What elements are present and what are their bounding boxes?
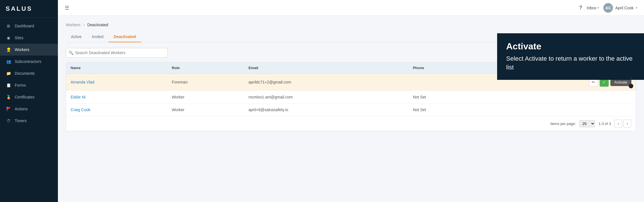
pagination-prev[interactable]: ‹ — [614, 120, 622, 128]
tab-deactivated[interactable]: Deactivated — [108, 32, 141, 42]
worker-phone-1 — [408, 74, 477, 91]
sidebar-item-label: Timers — [15, 118, 27, 123]
tooltip-title: Activate — [506, 41, 635, 52]
sidebar-item-label: Sites — [15, 36, 23, 40]
worker-email-3: april+6@salussafety.io — [244, 104, 408, 116]
breadcrumb-workers[interactable]: Workers — [66, 23, 80, 27]
sidebar-item-label: Forms — [15, 83, 26, 87]
col-header-role: Role — [167, 62, 244, 74]
worker-role-3: Worker — [167, 104, 244, 116]
user-name: April Cook — [615, 6, 634, 10]
sidebar-item-label: Workers — [15, 47, 29, 52]
topbar-left: ☰ — [65, 5, 69, 11]
sidebar-item-workers[interactable]: 👷 Workers — [0, 44, 58, 56]
topbar: ☰ ? Inbox ▾ AC April Cook ▾ — [58, 0, 644, 16]
sidebar-item-forms[interactable]: 📋 Forms — [0, 79, 58, 91]
workers-icon: 👷 — [6, 47, 11, 52]
tooltip-arrow-dot — [629, 84, 633, 88]
table-row: Craig Cook Worker april+6@salussafety.io… — [66, 104, 636, 116]
items-per-page-select[interactable]: 25 10 50 100 — [579, 120, 595, 127]
sidebar-item-label: Actions — [15, 107, 28, 111]
hamburger-menu[interactable]: ☰ — [65, 5, 69, 11]
sites-icon: ◉ — [6, 36, 11, 40]
documents-icon: 📁 — [6, 71, 11, 76]
help-button[interactable]: ? — [579, 5, 582, 11]
timers-icon: ⏱ — [6, 118, 11, 123]
activate-tooltip: Activate Select Activate to return a wor… — [497, 33, 644, 80]
topbar-right: ? Inbox ▾ AC April Cook ▾ — [579, 3, 637, 13]
worker-name-2[interactable]: Eddie Ni — [66, 91, 167, 104]
sidebar: SALUS ⊞ Dashboard ◉ Sites 👷 Workers 👥 Su… — [0, 0, 58, 202]
breadcrumb-current: Deactivated — [87, 23, 108, 27]
avatar: AC — [603, 3, 613, 13]
breadcrumb-separator: > — [83, 23, 85, 27]
tab-invited[interactable]: Invited — [87, 32, 108, 42]
sidebar-logo: SALUS — [0, 0, 58, 18]
sidebar-item-certificates[interactable]: 🏅 Certificates — [0, 91, 58, 103]
subcontractors-icon: 👥 — [6, 59, 11, 64]
worker-email-2: mcmlxx1.am@gmail.com — [244, 91, 408, 104]
sidebar-item-actions[interactable]: 🚩 Actions — [0, 103, 58, 115]
search-wrapper: 🔍 — [66, 48, 167, 58]
page-content: Workers > Deactivated Active Invited Dea… — [58, 16, 644, 202]
sidebar-item-label: Documents — [15, 71, 35, 76]
worker-phone-2: Not Set — [408, 91, 477, 104]
pagination-next[interactable]: › — [623, 120, 631, 128]
search-input[interactable] — [66, 48, 167, 58]
sidebar-item-timers[interactable]: ⏱ Timers — [0, 115, 58, 127]
pagination-nav: ‹ › — [614, 120, 631, 128]
tab-active[interactable]: Active — [66, 32, 87, 42]
col-header-phone: Phone — [408, 62, 477, 74]
col-header-email: Email — [244, 62, 408, 74]
inbox-arrow: ▾ — [597, 6, 599, 9]
worker-role-2: Worker — [167, 91, 244, 104]
sidebar-item-dashboard[interactable]: ⊞ Dashboard — [0, 20, 58, 32]
user-menu[interactable]: AC April Cook ▾ — [603, 3, 637, 13]
certificates-icon: 🏅 — [6, 95, 11, 99]
search-icon: 🔍 — [69, 50, 73, 55]
worker-email-1: aprildc71+2@gmail.com — [244, 74, 408, 91]
sidebar-item-sites[interactable]: ◉ Sites — [0, 32, 58, 44]
worker-actions-2 — [477, 91, 636, 104]
tooltip-description: Select Activate to return a worker to th… — [506, 54, 635, 72]
breadcrumb: Workers > Deactivated — [66, 23, 636, 27]
forms-icon: 📋 — [6, 83, 11, 87]
worker-role-1: Foreman — [167, 74, 244, 91]
user-arrow-icon: ▾ — [636, 6, 637, 9]
col-header-name: Name — [66, 62, 167, 74]
sidebar-nav: ⊞ Dashboard ◉ Sites 👷 Workers 👥 Subcontr… — [0, 18, 58, 127]
dashboard-icon: ⊞ — [6, 24, 11, 28]
actions-icon: 🚩 — [6, 107, 11, 111]
items-per-page-label: Items per page: — [551, 122, 576, 126]
worker-name-3[interactable]: Craig Cook — [66, 104, 167, 116]
pagination-range: 1-3 of 3 — [599, 122, 611, 126]
main-content: ☰ ? Inbox ▾ AC April Cook ▾ Workers > De… — [58, 0, 644, 202]
inbox-button[interactable]: Inbox ▾ — [587, 6, 599, 10]
sidebar-item-label: Subcontractors — [15, 59, 41, 64]
tooltip-arrow — [629, 77, 633, 88]
sidebar-item-label: Dashboard — [15, 24, 34, 28]
sidebar-item-subcontractors[interactable]: 👥 Subcontractors — [0, 56, 58, 67]
table-row: Eddie Ni Worker mcmlxx1.am@gmail.com Not… — [66, 91, 636, 104]
sidebar-item-documents[interactable]: 📁 Documents — [0, 67, 58, 79]
worker-actions-3 — [477, 104, 636, 116]
tooltip-arrow-line — [631, 77, 631, 84]
sidebar-item-label: Certificates — [15, 95, 34, 99]
inbox-label: Inbox — [587, 6, 596, 10]
worker-name-1[interactable]: Amanda Vlad — [66, 74, 167, 91]
worker-phone-3: Not Set — [408, 104, 477, 116]
pagination: Items per page: 25 10 50 100 1-3 of 3 ‹ … — [66, 116, 636, 131]
